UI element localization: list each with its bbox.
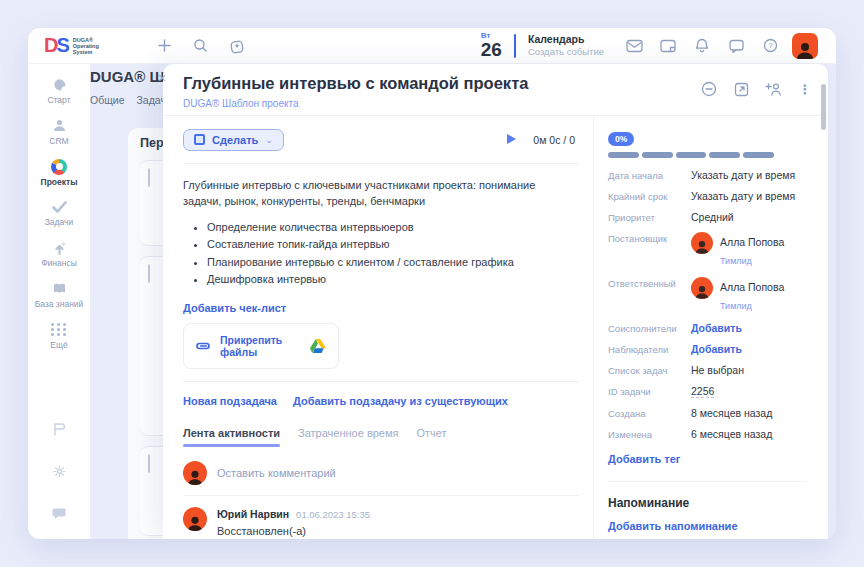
copilot-icon[interactable] xyxy=(225,34,249,58)
field-creator: Постановщик Алла Попова Тимлид xyxy=(608,232,806,268)
comment-placeholder: Оставить комментарий xyxy=(217,467,336,479)
sidebar-item-start[interactable]: Старт xyxy=(30,76,88,106)
kebab-menu-icon[interactable]: ⋮ xyxy=(796,80,814,98)
add-tag-link[interactable]: Добавить тег xyxy=(608,453,680,465)
divider xyxy=(514,34,516,58)
bullet-item: Планирование интервью с клиентом / соста… xyxy=(207,254,579,271)
add-reminder-link[interactable]: Добавить напоминание xyxy=(608,520,738,532)
task-checklist-text: Определение количества интервьюеров Сост… xyxy=(207,219,579,289)
field-assignee: Ответственный Алла Попова Тимлид xyxy=(608,277,806,313)
progress-badge: 0% xyxy=(608,132,634,146)
comment-input[interactable]: Оставить комментарий xyxy=(183,461,579,485)
avatar xyxy=(183,507,207,531)
topbar: D​S DUGA® Operating System Вт 26 xyxy=(28,28,836,64)
assignee-person[interactable]: Алла Попова Тимлид xyxy=(691,277,784,313)
creator-person[interactable]: Алла Попова Тимлид xyxy=(691,232,784,268)
bell-icon[interactable] xyxy=(690,34,714,58)
field-co-executors: Соисполнители Добавить xyxy=(608,322,806,334)
sidebar-item-projects[interactable]: Проекты xyxy=(30,158,88,188)
mail-icon[interactable] xyxy=(622,34,646,58)
tab-activity-feed[interactable]: Лента активности xyxy=(183,427,280,447)
add-co-executor-link[interactable]: Добавить xyxy=(691,322,742,334)
task-id-value[interactable]: 2256 xyxy=(691,385,714,398)
left-sidebar: Старт CRM Проекты Задачи Финансы xyxy=(28,64,90,539)
background-page-tabs: Общие Задачи xyxy=(90,94,172,106)
add-icon[interactable] xyxy=(153,34,177,58)
divider xyxy=(183,163,579,164)
created-value: 8 месяцев назад xyxy=(691,407,772,419)
topbar-date[interactable]: Вт 26 xyxy=(481,32,502,59)
notes-icon[interactable] xyxy=(656,34,680,58)
start-timer-icon[interactable] xyxy=(506,131,517,149)
activity-timestamp: 01.06.2023 15:35 xyxy=(296,509,370,520)
start-date-value[interactable]: Указать дату и время xyxy=(691,169,795,181)
status-button[interactable]: Сделать ⌄ xyxy=(183,129,284,151)
sidebar-item-tasks[interactable]: Задачи xyxy=(30,198,88,228)
chat-icon[interactable] xyxy=(724,34,748,58)
new-subtask-link[interactable]: Новая подзадача xyxy=(183,395,277,407)
reminder-heading: Напоминание xyxy=(608,496,806,510)
bullet-item: Дешифровка интервью xyxy=(207,271,579,288)
elapsed-time: 0м 0с / 0 xyxy=(533,134,575,146)
help-icon[interactable]: ? xyxy=(758,34,782,58)
task-description: Глубинные интервью с ключевыми участника… xyxy=(183,178,575,210)
sidebar-item-more[interactable]: Ещё xyxy=(30,321,88,351)
task-details-panel: 0% Дата начала Указать дату и время Край… xyxy=(593,116,828,539)
task-project-link[interactable]: DUGA® Шаблон проекта xyxy=(183,98,700,109)
sidebar-item-crm[interactable]: CRM xyxy=(30,117,88,147)
activity-entry: Юрий Нарвин 01.06.2023 15:35 Восстановле… xyxy=(183,496,579,539)
sidebar-item-finance[interactable]: Финансы xyxy=(30,239,88,269)
checkbox-icon[interactable] xyxy=(148,264,150,283)
search-icon[interactable] xyxy=(189,34,213,58)
close-icon[interactable]: × xyxy=(158,70,166,86)
logo-text: DUGA® Operating System xyxy=(73,37,99,55)
feedback-icon[interactable] xyxy=(47,501,71,525)
sidebar-item-knowledge-base[interactable]: База знаний xyxy=(30,280,88,310)
open-in-new-icon[interactable] xyxy=(732,80,750,98)
attach-files-button[interactable]: Прикрепить файлы xyxy=(183,323,339,369)
bullet-item: Составление топик-гайда интервью xyxy=(207,236,579,253)
field-observers: Наблюдатели Добавить xyxy=(608,343,806,355)
tab-report[interactable]: Отчет xyxy=(417,427,447,447)
priority-value[interactable]: Средний xyxy=(691,211,734,223)
deadline-value[interactable]: Указать дату и время xyxy=(691,190,795,202)
settings-icon[interactable] xyxy=(47,459,71,483)
task-main-column: Сделать ⌄ 0м 0с / 0 Глубинные интервью с… xyxy=(163,116,593,539)
task-list-value[interactable]: Не выбран xyxy=(691,364,744,376)
knowledge-base-icon xyxy=(50,280,68,298)
field-created: Создана 8 месяцев назад xyxy=(608,407,806,419)
divider xyxy=(608,481,806,482)
projects-icon xyxy=(50,158,68,176)
crm-icon xyxy=(50,117,68,135)
add-observer-link[interactable]: Добавить xyxy=(691,343,742,355)
checkbox-icon[interactable] xyxy=(148,168,150,187)
user-avatar[interactable] xyxy=(792,33,818,59)
background-page-title: DUGA® Ша xyxy=(90,68,166,85)
google-drive-icon[interactable] xyxy=(310,339,326,353)
add-person-icon[interactable] xyxy=(764,80,782,98)
scrollbar-thumb[interactable] xyxy=(821,84,826,130)
field-deadline: Крайний срок Указать дату и время xyxy=(608,190,806,202)
progress-bar[interactable] xyxy=(608,152,774,158)
tab-time-spent[interactable]: Затраченное время xyxy=(298,427,398,447)
paperclip-icon xyxy=(196,339,212,353)
status-checkbox-icon xyxy=(194,134,205,145)
more-grid-icon xyxy=(50,321,68,339)
add-existing-subtask-link[interactable]: Добавить подзадачу из существующих xyxy=(293,395,508,407)
checkbox-icon[interactable] xyxy=(148,454,150,473)
flag-icon[interactable] xyxy=(47,417,71,441)
avatar xyxy=(691,232,713,254)
copy-link-icon[interactable] xyxy=(700,80,718,98)
modified-value: 6 месяцев назад xyxy=(691,428,772,440)
divider xyxy=(183,381,579,382)
calendar-subtitle: Создать событие xyxy=(528,46,604,58)
duga-logo[interactable]: D​S DUGA® Operating System xyxy=(44,34,99,57)
add-checklist-link[interactable]: Добавить чек-лист xyxy=(183,302,579,314)
tab-obshchie[interactable]: Общие xyxy=(90,94,125,106)
field-priority: Приоритет Средний xyxy=(608,211,806,223)
calendar-shortcut[interactable]: Календарь Создать событие xyxy=(528,33,604,58)
activity-tabs: Лента активности Затраченное время Отчет xyxy=(183,427,579,447)
field-modified: Изменена 6 месяцев назад xyxy=(608,428,806,440)
tasks-icon xyxy=(50,198,68,216)
activity-author[interactable]: Юрий Нарвин xyxy=(217,508,289,520)
